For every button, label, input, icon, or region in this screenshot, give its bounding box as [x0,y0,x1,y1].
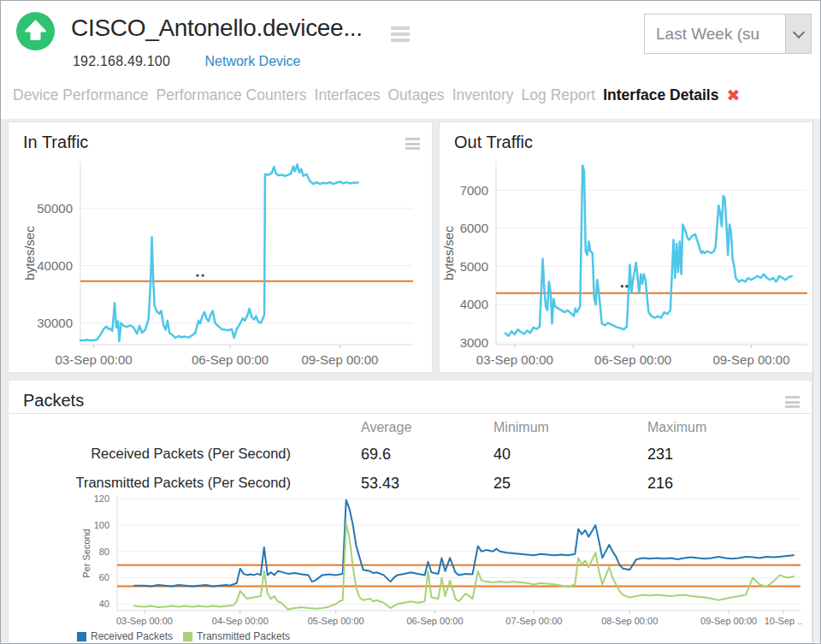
tab-performance-counters[interactable]: Performance Counters [157,86,307,104]
column-header-minimum: Minimum [493,420,549,435]
svg-text:08-Sep 00:00: 08-Sep 00:00 [601,616,658,626]
out-traffic-chart[interactable]: 3000400050006000700003-Sep 00:0006-Sep 0… [440,158,814,374]
header: CISCO_Antonello.devicee... Last Week (su… [1,1,820,83]
content-area: In Traffic 30000400005000003-Sep 00:0006… [1,119,813,642]
svg-text:10-Sep ..: 10-Sep .. [765,616,803,626]
packets-chart[interactable]: 40608010012003-Sep 00:0004-Sep 00:0005-S… [9,489,812,631]
in-traffic-menu-icon[interactable] [405,138,420,152]
column-header-maximum: Maximum [647,420,706,435]
packets-panel-header: Packets [9,381,812,414]
svg-text:bytes/sec: bytes/sec [441,226,456,281]
svg-text:60: 60 [99,572,109,582]
device-snapshot-page: CISCO_Antonello.devicee... Last Week (su… [0,0,821,644]
packets-panel: Packets Average Minimum Maximum Received… [8,380,812,644]
svg-text:bytes/sec: bytes/sec [22,226,37,281]
svg-text:50000: 50000 [37,201,73,216]
period-dropdown[interactable]: Last Week (su [644,14,812,54]
tab-log-report[interactable]: Log Report [522,86,596,104]
in-traffic-panel: In Traffic 30000400005000003-Sep 00:0006… [8,121,433,373]
svg-text:09-Sep 00:00: 09-Sep 00:00 [712,352,789,367]
close-icon[interactable]: ✖ [726,87,740,103]
svg-text:06-Sep 00:00: 06-Sep 00:00 [407,616,464,626]
svg-text:120: 120 [94,493,109,504]
scrollbar[interactable] [812,119,820,642]
tab-bar: Device Performance Performance Counters … [13,86,815,104]
svg-text:07-Sep 00:00: 07-Sep 00:00 [505,616,562,626]
row-maximum: 231 [647,446,673,464]
svg-text:80: 80 [99,547,109,557]
in-traffic-title: In Traffic [23,133,88,152]
svg-text:03-Sep 00:00: 03-Sep 00:00 [56,352,133,367]
svg-text:30000: 30000 [37,316,73,330]
device-ip: 192.168.49.100 [73,54,170,68]
chart-legend: Received Packets Transmitted Packets [77,630,290,642]
svg-text:5000: 5000 [460,259,488,274]
chevron-down-icon[interactable] [785,15,811,53]
legend-item-transmitted: Transmitted Packets [183,630,290,642]
svg-text:09-Sep 00:00: 09-Sep 00:00 [700,616,757,626]
row-label: Received Packets (Per Second) [9,446,291,462]
table-row: Received Packets (Per Second) 69.6 40 23… [9,439,812,468]
packets-menu-icon[interactable] [785,396,800,411]
row-average: 69.6 [361,446,391,464]
in-traffic-chart[interactable]: 30000400005000003-Sep 00:0006-Sep 00:000… [9,158,432,374]
svg-text:40: 40 [99,599,109,609]
device-subrow: 192.168.49.100 Network Device [73,54,301,69]
svg-text:7000: 7000 [460,183,488,198]
svg-text:06-Sep 00:00: 06-Sep 00:00 [192,352,269,367]
title-menu-icon[interactable] [391,27,410,44]
out-traffic-title: Out Traffic [454,133,533,152]
device-type-link[interactable]: Network Device [204,54,300,68]
transmitted-packets-swatch [183,632,192,641]
tab-inventory[interactable]: Inventory [452,86,514,104]
svg-text:03-Sep 00:00: 03-Sep 00:00 [116,616,173,626]
page-title: CISCO_Antonello.devicee... [71,15,363,42]
device-status-up-icon [16,12,55,50]
legend-item-received: Received Packets [77,630,173,642]
legend-label: Transmitted Packets [197,630,290,642]
tab-interfaces[interactable]: Interfaces [315,86,381,104]
table-header-row: Average Minimum Maximum [9,413,812,439]
svg-text:04-Sep 00:00: 04-Sep 00:00 [212,616,269,626]
column-header-average: Average [361,420,411,435]
period-dropdown-value: Last Week (su [656,15,786,53]
legend-label: Received Packets [91,630,173,642]
out-traffic-panel: Out Traffic 3000400050006000700003-Sep 0… [439,121,815,373]
received-packets-swatch [77,632,86,641]
svg-text:Per Second: Per Second [81,529,92,577]
svg-text:100: 100 [94,520,109,530]
svg-text:40000: 40000 [37,258,73,273]
svg-text:3000: 3000 [460,335,488,350]
packets-title: Packets [23,391,84,411]
svg-text:6000: 6000 [460,221,488,235]
svg-text:06-Sep 00:00: 06-Sep 00:00 [594,352,671,367]
row-minimum: 40 [493,446,511,464]
tab-outages[interactable]: Outages [387,86,444,104]
svg-text:05-Sep 00:00: 05-Sep 00:00 [308,616,364,626]
svg-text:4000: 4000 [460,297,488,311]
svg-text:09-Sep 00:00: 09-Sep 00:00 [301,352,378,367]
svg-text:03-Sep 00:00: 03-Sep 00:00 [476,352,553,367]
tab-device-performance[interactable]: Device Performance [13,86,149,104]
tab-interface-details[interactable]: Interface Details [603,86,718,104]
packets-table: Average Minimum Maximum Received Packets… [9,413,812,497]
arrow-up-icon [16,12,55,50]
